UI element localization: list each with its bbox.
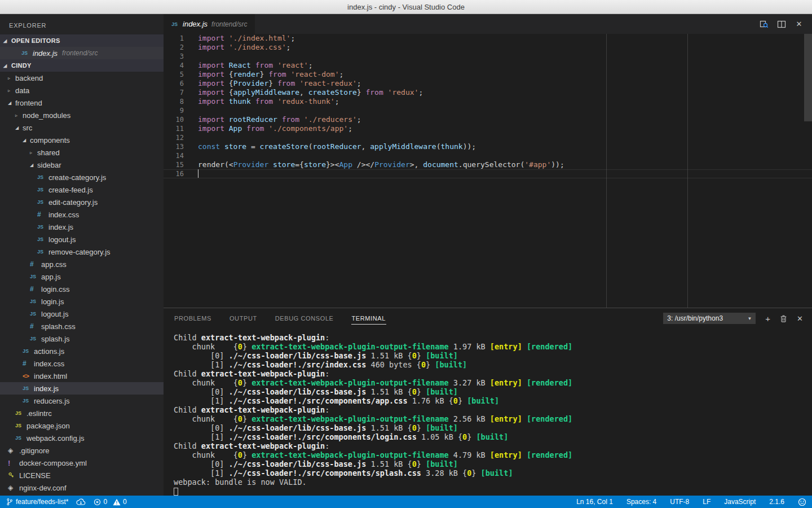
tree-item-label: login.css	[41, 285, 70, 294]
panel-tab-problems[interactable]: PROBLEMS	[174, 313, 212, 324]
code-line-10[interactable]: 10import rootReducer from './reducers';	[164, 115, 812, 124]
tree-file-splash-js[interactable]: JSsplash.js	[0, 332, 164, 345]
tree-folder-sidebar[interactable]: ◢sidebar	[0, 159, 164, 171]
tab-title: index.js	[183, 20, 208, 28]
tree-item-label: backend	[15, 74, 43, 82]
status-language-mode[interactable]: JavaScript	[724, 498, 756, 506]
tree-file-index-html[interactable]: <>index.html	[0, 370, 164, 382]
line-number: 13	[164, 142, 184, 151]
tree-folder-shared[interactable]: ▹shared	[0, 146, 164, 159]
tree-file-index-css[interactable]: #index.css	[0, 208, 164, 221]
line-number: 10	[164, 115, 184, 124]
code-line-4[interactable]: 4import React from 'react';	[164, 61, 812, 70]
open-editors-header[interactable]: ◢ OPEN EDITORS	[0, 34, 164, 47]
tree-item-label: data	[15, 86, 29, 95]
chevron-expanded-icon: ◢	[3, 63, 11, 68]
code-line-16[interactable]: 16	[164, 169, 812, 178]
tree-file-reducers-js[interactable]: JSreducers.js	[0, 395, 164, 407]
tree-file-login-js[interactable]: JSlogin.js	[0, 295, 164, 308]
code-line-1[interactable]: 1import './index.html';	[164, 34, 812, 43]
code-line-2[interactable]: 2import './index.css';	[164, 43, 812, 52]
open-preview-icon[interactable]	[760, 20, 769, 29]
code-line-3[interactable]: 3	[164, 52, 812, 61]
panel-tab-terminal[interactable]: TERMINAL	[351, 313, 386, 325]
js-file-icon: JS	[37, 249, 47, 255]
status-version[interactable]: 2.1.6	[769, 498, 784, 506]
tree-file-webpack-config-js[interactable]: JSwebpack.config.js	[0, 432, 164, 444]
code-editor[interactable]: 1import './index.html';2import './index.…	[164, 34, 812, 308]
tree-item-label: shared	[37, 148, 60, 157]
tree-file-create-category-js[interactable]: JScreate-category.js	[0, 171, 164, 183]
tree-file--gitignore[interactable]: ◈.gitignore	[0, 444, 164, 457]
tree-file-splash-css[interactable]: #splash.css	[0, 320, 164, 332]
explorer-sidebar: EXPLORER ◢ OPEN EDITORS JSindex.jsfronte…	[0, 14, 164, 496]
tree-file-logout-js[interactable]: JSlogout.js	[0, 308, 164, 320]
panel-tab-debug-console[interactable]: DEBUG CONSOLE	[275, 313, 334, 324]
tree-file--eslintrc[interactable]: JS.eslintrc	[0, 407, 164, 419]
code-line-9[interactable]: 9	[164, 106, 812, 115]
tree-file-login-css[interactable]: #login.css	[0, 283, 164, 295]
terminal-line: [0] ./~/css-loader/lib/css-base.js 1.51 …	[174, 387, 812, 396]
tree-file-app-css[interactable]: #app.css	[0, 258, 164, 270]
status-eol[interactable]: LF	[703, 498, 710, 506]
kill-terminal-icon[interactable]	[780, 314, 787, 322]
git-branch-item[interactable]: feature/feeds-list*	[6, 498, 68, 506]
tree-file-package-json[interactable]: JSpackage.json	[0, 419, 164, 432]
code-line-11[interactable]: 11import App from './components/app';	[164, 124, 812, 133]
code-line-5[interactable]: 5import {render} from 'react-dom';	[164, 70, 812, 79]
status-encoding[interactable]: UTF-8	[670, 498, 689, 506]
tree-file-index-css[interactable]: #index.css	[0, 357, 164, 370]
tree-folder-node-modules[interactable]: ▹node_modules	[0, 109, 164, 121]
terminal-line: Child extract-text-webpack-plugin:	[174, 405, 812, 414]
tree-file-index-js[interactable]: JSindex.js	[0, 221, 164, 233]
terminal-line: Child extract-text-webpack-plugin:	[174, 441, 812, 450]
code-line-8[interactable]: 8import thunk from 'redux-thunk';	[164, 97, 812, 106]
tree-folder-backend[interactable]: ▹backend	[0, 72, 164, 84]
status-cursor-position[interactable]: Ln 16, Col 1	[576, 498, 613, 506]
css-file-icon: #	[37, 211, 47, 218]
tree-folder-data[interactable]: ▹data	[0, 84, 164, 97]
tree-file-actions-js[interactable]: JSactions.js	[0, 345, 164, 357]
close-panel-icon[interactable]: ✕	[797, 315, 803, 322]
code-line-13[interactable]: 13const store = createStore(rootReducer,…	[164, 142, 812, 151]
feedback-smiley-icon[interactable]	[798, 498, 806, 506]
code-line-14[interactable]: 14	[164, 151, 812, 160]
open-editor-item[interactable]: JSindex.jsfrontend/src	[0, 47, 164, 59]
tree-file-remove-category-js[interactable]: JSremove-category.js	[0, 246, 164, 258]
code-line-7[interactable]: 7import {applyMiddleware, createStore} f…	[164, 88, 812, 97]
tree-file-app-js[interactable]: JSapp.js	[0, 270, 164, 283]
editor-scrollbar[interactable]	[804, 34, 812, 121]
tree-file-license[interactable]: LICENSE	[0, 469, 164, 481]
tree-folder-frontend[interactable]: ◢frontend	[0, 97, 164, 109]
code-text: import {applyMiddleware, createStore} fr…	[198, 88, 423, 97]
tree-item-label: logout.js	[41, 310, 68, 318]
tree-file-index-js[interactable]: JSindex.js	[0, 382, 164, 395]
tree-item-label: package.json	[27, 422, 70, 430]
sync-button[interactable]	[76, 498, 86, 506]
close-editor-icon[interactable]: ✕	[795, 20, 804, 29]
terminal-line: chunk {0} extract-text-webpack-plugin-ou…	[174, 378, 812, 387]
terminal-line: [1] ./~/css-loader!./src/components/spla…	[174, 468, 812, 478]
tree-file-create-feed-js[interactable]: JScreate-feed.js	[0, 183, 164, 196]
code-line-6[interactable]: 6import {Provider} from 'react-redux';	[164, 79, 812, 88]
split-editor-icon[interactable]	[777, 20, 786, 29]
tree-file-docker-compose-yml[interactable]: !docker-compose.yml	[0, 457, 164, 469]
code-line-12[interactable]: 12	[164, 133, 812, 142]
new-terminal-icon[interactable]: +	[765, 314, 770, 323]
problems-item[interactable]: 0 0	[94, 498, 126, 506]
tree-file-nginx-dev-conf[interactable]: ◈nginx-dev.conf	[0, 481, 164, 494]
tree-file-edit-category-js[interactable]: JSedit-category.js	[0, 196, 164, 208]
tab-detail: frontend/src	[211, 20, 247, 28]
status-indentation[interactable]: Spaces: 4	[626, 498, 656, 506]
terminal-output[interactable]: Child extract-text-webpack-plugin: chunk…	[164, 329, 812, 496]
tab-index-js[interactable]: JS index.js frontend/src	[164, 14, 255, 34]
panel-tab-output[interactable]: OUTPUT	[229, 313, 258, 324]
tree-folder-src[interactable]: ◢src	[0, 121, 164, 134]
chevron-collapsed-icon: ▹	[30, 150, 37, 155]
folder-section-header[interactable]: ◢ CINDY	[0, 59, 164, 72]
terminal-picker[interactable]: 3: /usr/bin/python3 ▼	[663, 313, 756, 324]
tree-file-logout-js[interactable]: JSlogout.js	[0, 233, 164, 246]
open-editors-list: JSindex.jsfrontend/src	[0, 47, 164, 59]
code-line-15[interactable]: 15render(<Provider store={store}><App />…	[164, 160, 812, 169]
tree-folder-components[interactable]: ◢components	[0, 134, 164, 146]
